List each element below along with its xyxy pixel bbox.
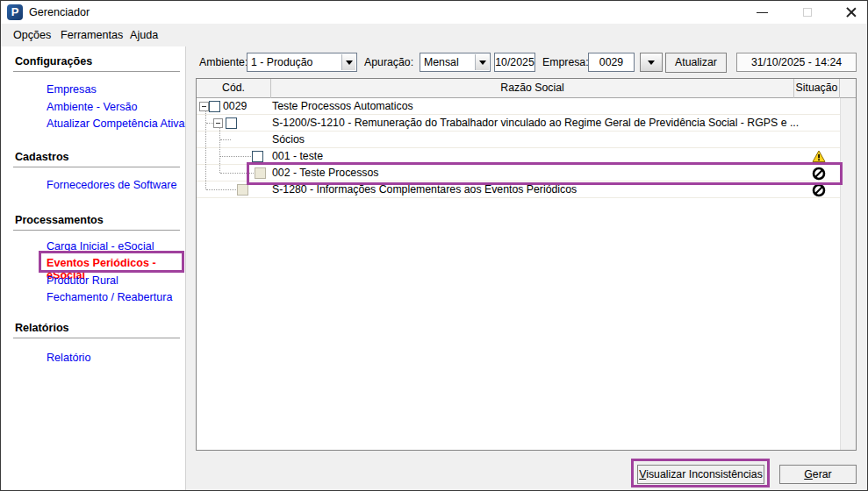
tree-rows: 0029 Teste Processos Automaticos S-1200/… [197,98,840,198]
app-logo-icon: P [7,4,23,20]
row-checkbox[interactable] [226,117,237,129]
menu-ajuda[interactable]: Ajuda [126,24,161,46]
maximize-button [793,1,823,24]
section-divider [13,71,180,72]
empresa-input[interactable]: 0029 [588,53,635,72]
button-label: erar [813,468,832,480]
close-button[interactable] [836,1,865,24]
row-cod: 0029 [223,98,247,114]
sidebar-item-relatorio[interactable]: Relatório [47,352,90,364]
section-divider [13,230,180,231]
visualizar-inconsistencias-button[interactable]: Visualizar Inconsistências [637,465,764,484]
chevron-down-icon[interactable] [341,54,355,70]
row-label: S-1200/S-1210 - Remuneração do Trabalhad… [272,115,799,131]
sidebar-item-atualizar-competencia[interactable]: Atualizar Competência Ativa [47,117,185,130]
close-icon [845,7,856,18]
row-label: Sócios [272,132,305,147]
blocked-icon [812,167,826,180]
button-label: V [639,468,646,480]
row-label: 001 - teste [272,148,323,164]
column-header-cod[interactable]: Cód. [197,79,271,98]
table-row[interactable]: 002 - Teste Processos [197,165,840,181]
maximize-icon [803,8,812,17]
column-header-situacao[interactable]: Situação [794,79,840,98]
sidebar-item-empresas[interactable]: Empresas [47,83,97,96]
empresa-dropdown-button[interactable] [640,53,663,72]
sidebar-item-produtor-rural[interactable]: Produtor Rural [47,274,118,287]
section-title-configuracoes: Configurações [15,55,92,68]
sidebar-item-ambiente-versao[interactable]: Ambiente - Versão [47,101,138,113]
row-checkbox [237,184,248,196]
blocked-icon [812,183,826,196]
row-label: 002 - Teste Processos [272,165,378,181]
button-label: isualizar Inconsistências [646,468,763,480]
chevron-down-icon [648,60,655,65]
minimize-button[interactable] [748,1,778,24]
menu-bar: Opções Ferramentas Ajuda [1,24,867,46]
button-label: G [804,468,813,480]
ambiente-label: Ambiente: [199,56,247,68]
collapse-expander-icon[interactable] [199,102,209,111]
atualizar-button[interactable]: Atualizar [665,53,727,73]
warning-icon [812,150,826,163]
section-title-relatorios: Relatórios [15,322,69,334]
table-row[interactable]: S-1280 - Informações Complementares aos … [197,181,840,198]
chevron-down-icon[interactable] [475,54,489,70]
sidebar: Configurações Empresas Ambiente - Versão… [1,46,186,491]
app-window: P Gerenciador Opções Ferramentas Ajuda C… [0,0,868,491]
minimize-icon [757,12,768,13]
row-label: Teste Processos Automaticos [272,98,413,114]
section-divider [13,167,180,167]
collapse-expander-icon[interactable] [213,118,223,128]
row-checkbox[interactable] [209,101,220,112]
ambiente-value: 1 - Produção [251,53,312,71]
section-divider [13,338,180,338]
table-row[interactable]: 001 - teste [197,148,840,165]
column-header-razao-social[interactable]: Razão Social [271,79,794,98]
window-title: Gerenciador [29,1,90,24]
process-tree-table: Cód. Razão Social Situação 0029 Teste Pr… [196,78,857,451]
table-row[interactable]: S-1200/S-1210 - Remuneração do Trabalhad… [197,115,840,132]
apuracao-value: Mensal [424,53,459,71]
vertical-scrollbar[interactable] [840,98,856,450]
gerar-button[interactable]: Gerar [779,465,857,484]
datetime-display: 31/10/2025 - 14:24 [736,53,857,72]
empresa-label: Empresa: [542,56,589,68]
sidebar-item-carga-inicial[interactable]: Carga Inicial - eSocial [47,240,154,253]
title-bar: P Gerenciador [1,1,867,24]
row-checkbox [255,167,266,179]
sidebar-item-fornecedores[interactable]: Fornecedores de Software [47,179,176,191]
ambiente-select[interactable]: 1 - Produção [247,53,357,72]
table-row[interactable]: 0029 Teste Processos Automaticos [197,98,840,115]
menu-opcoes[interactable]: Opções [10,24,54,46]
row-label: S-1280 - Informações Complementares aos … [272,181,577,197]
apuracao-label: Apuração: [364,56,413,68]
competencia-input[interactable]: 10/2025 [494,53,535,72]
table-row[interactable]: Sócios [197,132,840,148]
apuracao-select[interactable]: Mensal [420,53,491,72]
table-header-row: Cód. Razão Social Situação [197,79,856,98]
section-title-processamentos: Processamentos [15,214,104,226]
section-title-cadastros: Cadastros [15,151,69,163]
sidebar-item-fechamento-reabertura[interactable]: Fechamento / Reabertura [47,291,173,303]
row-checkbox[interactable] [252,151,263,162]
menu-ferramentas[interactable]: Ferramentas [57,24,126,46]
